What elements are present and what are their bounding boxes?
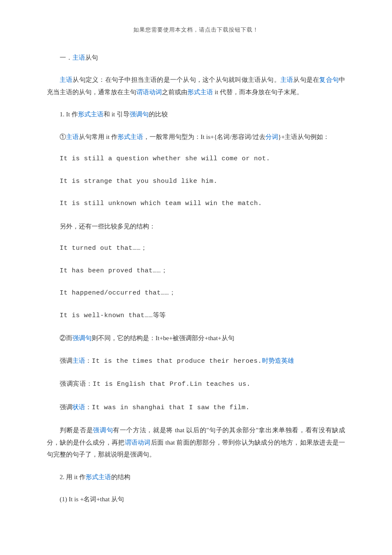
- emphasis-subject: 强调主语：It is the times that produce their …: [47, 355, 345, 368]
- text: }+主语从句例如：: [278, 133, 330, 140]
- text: 从句: [85, 54, 98, 61]
- definition-paragraph: 主语从句定义：在句子中担当主语的是一个从句，这个从句就叫做主语从句。主语从句是在…: [47, 74, 345, 98]
- text: 强调宾语：It is English that Prof.Lin teaches…: [60, 381, 251, 388]
- text: 1. It 作: [60, 111, 78, 118]
- link-participle[interactable]: 分词: [265, 133, 278, 140]
- text: 从句是在: [293, 76, 319, 83]
- subsection-1-title: 1. It 作形式主语和 it 引导强调句的比较: [47, 108, 345, 121]
- example-5: It has been proved that……；: [47, 265, 345, 278]
- text: ②而: [60, 335, 72, 341]
- link-formal-subject[interactable]: 形式主语: [86, 474, 111, 480]
- text: 强调: [60, 357, 72, 364]
- text: it 代替，而本身放在句子末尾。: [213, 89, 303, 95]
- example-2: It is strange that you should like him.: [47, 176, 345, 188]
- link-predicate-verb[interactable]: 谓语动词: [125, 439, 151, 446]
- link-subject[interactable]: 主语: [66, 133, 79, 140]
- additional-note: 另外，还有一些比较多见的结构：: [47, 220, 345, 233]
- link-emphatic-sentence[interactable]: 强调句: [72, 335, 92, 341]
- judgment-method: 判断是否是强调句有一个方法，就是将 that 以后的"句子的其余部分"拿出来单独…: [47, 424, 345, 461]
- link-predicate-verb[interactable]: 谓语动词: [136, 89, 162, 95]
- example-4: It turned out that……；: [47, 243, 345, 255]
- subsection-2-title: 2. 用 it 作形式主语的结构: [47, 471, 345, 483]
- link-emphatic-sentence[interactable]: 强调句: [130, 111, 149, 118]
- link-subject[interactable]: 主语: [60, 76, 72, 83]
- text: 一．: [60, 54, 72, 61]
- example-6: It happened/occurred that……；: [47, 287, 345, 300]
- text: 从句常用 it 作: [79, 133, 118, 140]
- text: 强调: [60, 404, 72, 410]
- text: ，一般常用句型为：It is+{名词/形容词/过去: [143, 133, 265, 140]
- link-emphatic-sentence[interactable]: 强调句: [93, 427, 113, 434]
- text: 的结构: [111, 474, 130, 480]
- point-2: ②而强调句则不同，它的结构是：It+be+被强调部分+that+从句: [47, 332, 345, 344]
- section-title: 一．主语从句: [47, 52, 345, 64]
- link-formal-subject[interactable]: 形式主语: [78, 111, 104, 118]
- text: 之前或由: [162, 89, 187, 95]
- link-compound-sentence[interactable]: 复合句: [319, 76, 339, 83]
- example-3: It is still unknown which team will win …: [47, 198, 345, 210]
- example-1: It is still a question whether she will …: [47, 153, 345, 165]
- link-adverbial[interactable]: 状语: [72, 404, 85, 410]
- link-subject[interactable]: 主语: [72, 54, 85, 61]
- text: ①: [60, 133, 66, 140]
- header-note: 如果您需要使用本文档，请点击下载按钮下载！: [47, 26, 345, 35]
- point-1: ①主语从句常用 it 作形式主语，一般常用句型为：It is+{名词/形容词/过…: [47, 131, 345, 143]
- emphasis-object: 强调宾语：It is English that Prof.Lin teaches…: [47, 378, 345, 391]
- link-subject[interactable]: 主语: [280, 76, 293, 83]
- text: ：It is the times that produce their hero…: [85, 358, 262, 365]
- link-idiom[interactable]: 时势造英雄: [262, 357, 294, 364]
- link-subject[interactable]: 主语: [72, 357, 85, 364]
- emphasis-adverbial: 强调状语：It was in shanghai that I saw the f…: [47, 401, 345, 414]
- text: 和 it 引导: [104, 111, 130, 118]
- link-formal-subject[interactable]: 形式主语: [118, 133, 143, 140]
- example-7: It is well-known that……等等: [47, 310, 345, 322]
- text: ：It was in shanghai that I saw the film.: [85, 404, 250, 411]
- text: 2. 用 it 作: [60, 474, 86, 480]
- text: 的比较: [149, 111, 168, 118]
- link-formal-subject[interactable]: 形式主语: [187, 89, 213, 95]
- structure-1: (1) It is +名词+that 从句: [47, 493, 345, 506]
- text: 则不同，它的结构是：It+be+被强调部分+that+从句: [92, 335, 234, 341]
- text: 判断是否是: [60, 427, 93, 434]
- text: 从句定义：在句子中担当主语的是一个从句，这个从句就叫做主语从句。: [72, 76, 280, 83]
